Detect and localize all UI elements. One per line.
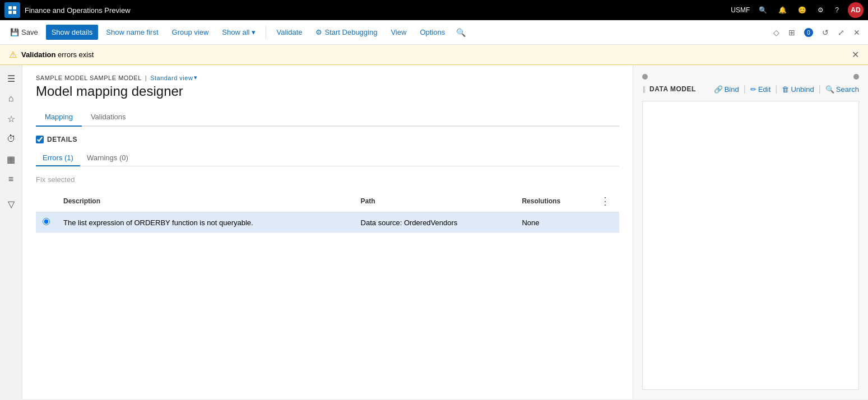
bind-button[interactable]: 🔗 Bind [714, 85, 739, 94]
close-icon[interactable]: ✕ [850, 26, 864, 39]
page-title: Model mapping designer [36, 83, 619, 99]
sidebar-star-icon[interactable]: ☆ [2, 110, 20, 128]
left-sidebar: ☰ ⌂ ☆ ⏱ ▦ ≡ ▽ [0, 65, 22, 399]
badge-icon[interactable]: 0 [801, 25, 816, 40]
svg-rect-2 [8, 11, 12, 14]
breadcrumb-separator: | [145, 75, 147, 81]
sidebar-filter-icon[interactable]: ▽ [2, 195, 20, 213]
data-model-dot-left [642, 74, 648, 80]
search-data-model-button[interactable]: 🔍 Search [825, 85, 859, 94]
sub-tabs: Errors (1) Warnings (0) [36, 150, 619, 166]
validate-button[interactable]: Validate [271, 25, 308, 40]
edit-button[interactable]: ✏ Edit [750, 85, 770, 94]
breadcrumb-view[interactable]: Standard view ▾ [150, 74, 198, 81]
search-icon[interactable]: 🔍 [756, 5, 769, 15]
options-button[interactable]: Options [414, 25, 451, 40]
toolbar-right-actions: ◇ ⊞ 0 ↺ ⤢ ✕ [770, 25, 864, 40]
table-header-select [36, 190, 57, 212]
show-all-button[interactable]: Show all ▾ [216, 25, 261, 40]
breadcrumb: SAMPLE MODEL SAMPLE MODEL | Standard vie… [36, 74, 619, 81]
show-name-first-button[interactable]: Show name first [100, 25, 164, 40]
sidebar-clock-icon[interactable]: ⏱ [2, 130, 20, 148]
table-header-path: Path [354, 190, 516, 212]
breadcrumb-model: SAMPLE MODEL SAMPLE MODEL [36, 75, 142, 81]
right-panel: ║ DATA MODEL 🔗 Bind | ✏ Edit | 🗑 [633, 65, 868, 399]
bind-icon: 🔗 [714, 85, 723, 94]
data-model-title: DATA MODEL [649, 85, 696, 93]
sub-tab-warnings[interactable]: Warnings (0) [80, 150, 135, 166]
svg-rect-3 [13, 11, 16, 14]
data-model-dot-right [853, 74, 859, 80]
content-area: SAMPLE MODEL SAMPLE MODEL | Standard vie… [22, 65, 868, 399]
sidebar-home-icon[interactable]: ⌂ [2, 90, 20, 108]
unbind-icon: 🗑 [782, 85, 789, 94]
user-circle-icon[interactable]: 😊 [796, 5, 809, 15]
sub-tab-errors[interactable]: Errors (1) [36, 150, 80, 166]
close-banner-button[interactable]: ✕ [852, 49, 859, 60]
save-button[interactable]: 💾 Save [4, 25, 44, 40]
table-row-description: The list expression of ORDERBY function … [57, 212, 354, 233]
unbind-button[interactable]: 🗑 Unbind [782, 85, 814, 94]
expand-icon[interactable]: ⤢ [834, 26, 848, 39]
table-row-more [591, 212, 619, 233]
validation-message: Validation errors exist [21, 50, 94, 59]
table-header-more: ⋮ [591, 190, 619, 212]
help-icon[interactable]: ? [833, 5, 841, 15]
table-row-resolutions: None [515, 212, 591, 233]
compare-icon[interactable]: ⊞ [785, 26, 799, 39]
settings-icon[interactable]: ⚙ [815, 5, 826, 15]
sidebar-menu-icon[interactable]: ☰ [2, 69, 20, 87]
sidebar-grid-icon[interactable]: ▦ [2, 150, 20, 168]
app-icon[interactable] [4, 2, 20, 18]
search-icon: 🔍 [825, 85, 834, 94]
right-panel-header: ║ DATA MODEL 🔗 Bind | ✏ Edit | 🗑 [642, 84, 859, 94]
left-panel: SAMPLE MODEL SAMPLE MODEL | Standard vie… [22, 65, 633, 399]
avatar[interactable]: AD [848, 2, 864, 18]
svg-rect-0 [8, 6, 12, 10]
data-model-content [642, 101, 859, 390]
toolbar-separator [266, 26, 266, 39]
group-view-button[interactable]: Group view [166, 25, 215, 40]
details-section: DETAILS Errors (1) Warnings (0) Fix sele… [36, 136, 619, 233]
main-tabs: Mapping Validations [36, 108, 619, 127]
table-row-path: Data source: OrderedVendors [354, 212, 516, 233]
view-button[interactable]: View [385, 25, 412, 40]
table-header-resolutions: Resolutions [515, 190, 591, 212]
bell-icon[interactable]: 🔔 [776, 5, 789, 15]
diamond-icon[interactable]: ◇ [770, 26, 783, 39]
show-details-button[interactable]: Show details [46, 25, 99, 40]
table-header-description: Description [57, 190, 354, 212]
validation-banner: ⚠ Validation errors exist ✕ [0, 45, 868, 65]
warning-icon: ⚠ [9, 49, 17, 60]
main-layout: ☰ ⌂ ☆ ⏱ ▦ ≡ ▽ SAMPLE MODEL SAMPLE MODEL … [0, 65, 868, 399]
save-icon: 💾 [10, 28, 19, 36]
sidebar-list-icon[interactable]: ≡ [2, 170, 20, 188]
errors-table: Description Path Resolutions ⋮ [36, 190, 619, 233]
app-title: Finance and Operations Preview [25, 6, 726, 15]
fix-selected-button[interactable]: Fix selected [36, 173, 75, 186]
svg-rect-1 [13, 6, 16, 10]
search-toolbar-icon[interactable]: 🔍 [453, 26, 469, 39]
details-header: DETAILS [36, 136, 619, 143]
data-model-actions: 🔗 Bind | ✏ Edit | 🗑 Unbind | � [714, 84, 859, 94]
edit-icon: ✏ [750, 85, 756, 94]
user-code: USMF [731, 6, 750, 14]
chevron-down-icon: ▾ [194, 74, 198, 81]
details-checkbox[interactable] [36, 136, 44, 143]
table-row-radio[interactable] [36, 212, 57, 233]
start-debugging-button[interactable]: ⚙ Start Debugging [310, 25, 383, 40]
title-bar: Finance and Operations Preview USMF 🔍 🔔 … [0, 0, 868, 20]
toolbar: 💾 Save Show details Show name first Grou… [0, 20, 868, 45]
table-more-button[interactable]: ⋮ [598, 195, 612, 207]
chevron-down-icon: ▾ [252, 28, 256, 36]
debug-icon: ⚙ [315, 28, 322, 36]
tab-mapping[interactable]: Mapping [36, 108, 82, 127]
table-row[interactable]: The list expression of ORDERBY function … [36, 212, 619, 233]
tab-validations[interactable]: Validations [82, 108, 135, 127]
title-bar-right: USMF 🔍 🔔 😊 ⚙ ? AD [731, 2, 864, 18]
refresh-icon[interactable]: ↺ [819, 26, 832, 39]
